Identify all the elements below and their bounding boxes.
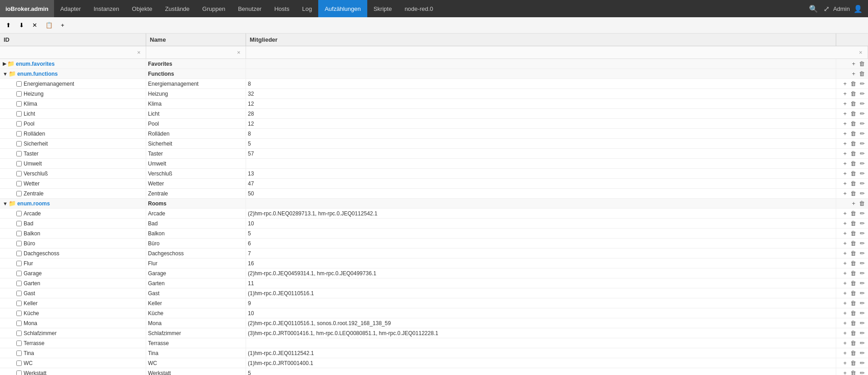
expand-button[interactable]: ▶: [2, 61, 7, 67]
add-button[interactable]: +: [842, 279, 848, 287]
nav-tab-hosts[interactable]: Hosts: [268, 0, 296, 17]
row-checkbox[interactable]: [16, 311, 22, 316]
add-button[interactable]: +: [842, 90, 848, 97]
row-checkbox[interactable]: [16, 370, 22, 375]
edit-button[interactable]: ✏: [858, 130, 866, 137]
row-checkbox[interactable]: [16, 141, 22, 146]
edit-button[interactable]: ✏: [858, 190, 866, 197]
delete-button[interactable]: 🗑: [849, 209, 858, 217]
edit-button[interactable]: ✏: [858, 339, 866, 347]
add-button[interactable]: +: [842, 190, 848, 197]
add-button[interactable]: +: [842, 349, 848, 357]
edit-button[interactable]: ✏: [858, 90, 866, 97]
filter-name-input[interactable]: [146, 49, 236, 57]
add-button[interactable]: +: [842, 299, 848, 307]
add-button[interactable]: +: [842, 369, 848, 375]
filter-name-clear[interactable]: ×: [236, 49, 242, 55]
delete-button[interactable]: 🗑: [849, 110, 858, 117]
nav-tab-instanzen[interactable]: Instanzen: [87, 0, 125, 17]
row-checkbox[interactable]: [16, 191, 22, 196]
delete-button[interactable]: 🗑: [849, 150, 858, 157]
toolbar-down[interactable]: ⬇: [16, 20, 27, 30]
add-button[interactable]: +: [842, 100, 848, 107]
row-checkbox[interactable]: [16, 91, 22, 97]
delete-button[interactable]: 🗑: [849, 130, 858, 137]
delete-button[interactable]: 🗑: [849, 219, 858, 227]
add-button[interactable]: +: [842, 170, 848, 177]
edit-button[interactable]: ✏: [858, 349, 866, 357]
add-button[interactable]: +: [842, 209, 848, 217]
row-checkbox[interactable]: [16, 281, 22, 286]
edit-button[interactable]: ✏: [858, 289, 866, 297]
row-checkbox[interactable]: [16, 121, 22, 127]
row-checkbox[interactable]: [16, 351, 22, 356]
nav-tab-objekte[interactable]: Objekte: [126, 0, 159, 17]
edit-button[interactable]: ✏: [858, 249, 866, 257]
delete-button[interactable]: 🗑: [849, 249, 858, 257]
resize-button[interactable]: ⤢: [822, 3, 831, 15]
add-button[interactable]: +: [850, 60, 857, 68]
edit-button[interactable]: ✏: [858, 80, 866, 88]
edit-button[interactable]: ✏: [858, 239, 866, 247]
add-button[interactable]: +: [842, 150, 848, 157]
add-button[interactable]: +: [842, 249, 848, 257]
delete-button[interactable]: 🗑: [858, 70, 866, 78]
delete-button[interactable]: 🗑: [849, 309, 858, 317]
nav-tab-benutzer[interactable]: Benutzer: [232, 0, 268, 17]
delete-button[interactable]: 🗑: [849, 180, 858, 187]
row-checkbox[interactable]: [16, 101, 22, 107]
toolbar-close[interactable]: ✕: [29, 20, 40, 30]
add-button[interactable]: +: [850, 70, 857, 78]
row-checkbox[interactable]: [16, 331, 22, 336]
toolbar-copy[interactable]: 📋: [42, 20, 56, 30]
delete-button[interactable]: 🗑: [849, 190, 858, 197]
row-checkbox[interactable]: [16, 241, 22, 246]
add-button[interactable]: +: [842, 239, 848, 247]
add-button[interactable]: +: [842, 140, 848, 147]
delete-button[interactable]: 🗑: [858, 200, 866, 207]
add-button[interactable]: +: [842, 229, 848, 237]
row-checkbox[interactable]: [16, 271, 22, 276]
row-checkbox[interactable]: [16, 321, 22, 326]
delete-button[interactable]: 🗑: [849, 259, 858, 267]
nav-tab-aufzahlungen[interactable]: Aufzählungen: [318, 0, 367, 17]
filter-members-input[interactable]: [246, 49, 858, 57]
row-checkbox[interactable]: [16, 291, 22, 296]
add-button[interactable]: +: [842, 160, 848, 167]
row-checkbox[interactable]: [16, 171, 22, 176]
delete-button[interactable]: 🗑: [849, 349, 858, 357]
edit-button[interactable]: ✏: [858, 369, 866, 375]
nav-tab-zustande[interactable]: Zustände: [158, 0, 196, 17]
row-checkbox[interactable]: [16, 81, 22, 87]
row-checkbox[interactable]: [16, 301, 22, 306]
delete-button[interactable]: 🗑: [849, 359, 858, 367]
add-button[interactable]: +: [842, 219, 848, 227]
delete-button[interactable]: 🗑: [849, 80, 858, 88]
add-button[interactable]: +: [842, 120, 848, 127]
delete-button[interactable]: 🗑: [849, 339, 858, 347]
add-button[interactable]: +: [842, 309, 848, 317]
edit-button[interactable]: ✏: [858, 100, 866, 107]
row-checkbox[interactable]: [16, 251, 22, 256]
row-checkbox[interactable]: [16, 261, 22, 266]
edit-button[interactable]: ✏: [858, 359, 866, 367]
edit-button[interactable]: ✏: [858, 110, 866, 117]
add-button[interactable]: +: [842, 110, 848, 117]
add-button[interactable]: +: [842, 269, 848, 277]
edit-button[interactable]: ✏: [858, 269, 866, 277]
delete-button[interactable]: 🗑: [849, 170, 858, 177]
edit-button[interactable]: ✏: [858, 180, 866, 187]
add-button[interactable]: +: [842, 80, 848, 88]
delete-button[interactable]: 🗑: [849, 279, 858, 287]
search-button[interactable]: 🔍: [807, 3, 820, 15]
edit-button[interactable]: ✏: [858, 319, 866, 327]
edit-button[interactable]: ✏: [858, 329, 866, 337]
edit-button[interactable]: ✏: [858, 120, 866, 127]
delete-button[interactable]: 🗑: [849, 299, 858, 307]
edit-button[interactable]: ✏: [858, 170, 866, 177]
row-checkbox[interactable]: [16, 181, 22, 186]
add-button[interactable]: +: [842, 289, 848, 297]
delete-button[interactable]: 🗑: [849, 289, 858, 297]
delete-button[interactable]: 🗑: [849, 90, 858, 97]
row-checkbox[interactable]: [16, 161, 22, 166]
